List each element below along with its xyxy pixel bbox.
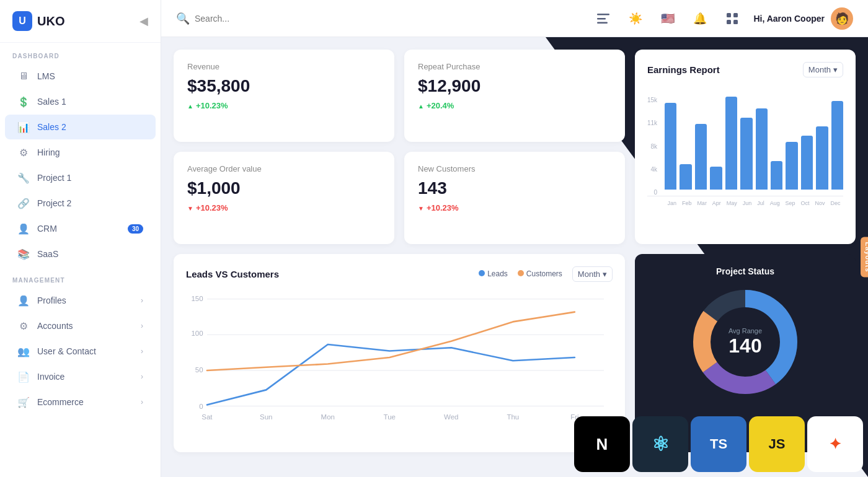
svg-rect-1 [597,18,606,20]
search-input[interactable] [195,14,319,24]
stat-card-new-customers: New Customers 143 +10.23% [404,152,625,244]
sidebar-item-label: User & Contact [37,346,96,356]
up-arrow-icon [187,101,193,110]
bar [695,124,707,190]
svg-rect-4 [733,13,738,17]
earnings-month-dropdown[interactable]: Month ▾ [803,62,843,77]
stat-label: Average Order value [187,164,381,173]
month-label: Month [578,269,600,279]
menu-icon[interactable] [592,7,614,30]
sidebar-item-label: Invoice [37,372,64,382]
sidebar-item-profiles[interactable]: 👤 Profiles › [5,288,156,313]
svg-text:Sat: Sat [202,413,213,420]
sidebar-item-lms[interactable]: 🖥 LMS [5,64,156,89]
sidebar-item-label: Profiles [37,295,66,305]
sidebar: U UKO ◀ DASHBOARD 🖥 LMS 💲 Sales 1 📊 Sale… [0,0,161,477]
lms-icon: 🖥 [17,70,30,82]
grid-icon[interactable] [721,7,743,30]
sidebar-item-label: Project 2 [37,198,71,208]
typescript-logo: TS [691,416,746,472]
sidebar-item-sales1[interactable]: 💲 Sales 1 [5,89,156,114]
sidebar-item-label: Sales 2 [37,122,66,132]
notifications-icon[interactable]: 🔔 [689,7,711,30]
react-logo: ⚛ [632,416,688,472]
sidebar-item-saas[interactable]: 📚 SaaS [5,242,156,266]
sidebar-item-invoice[interactable]: 📄 Invoice › [5,364,156,389]
crm-icon: 👤 [17,222,30,235]
x-label: Jul [757,200,764,206]
layouts-tab[interactable]: Layouts [861,237,868,277]
leads-month-dropdown[interactable]: Month ▾ [572,266,613,282]
sidebar-item-sales2[interactable]: 📊 Sales 2 [5,115,156,139]
bar [786,142,797,190]
react-icon: ⚛ [652,432,670,456]
sidebar-item-hiring[interactable]: ⚙ Hiring [5,140,156,165]
legend-leads: Leads [479,269,508,278]
sales2-icon: 📊 [17,121,30,133]
stat-card-revenue: Revenue $35,800 +10.23% [174,50,394,142]
search-icon: 🔍 [176,12,190,25]
theme-toggle-icon[interactable]: ☀️ [624,7,647,30]
chevron-right-icon: › [141,296,143,305]
change-value: +20.4% [427,101,454,110]
bar [665,103,676,190]
chevron-right-icon: › [141,322,143,330]
x-label: Mar [697,200,707,206]
down-arrow-icon [187,203,193,212]
sidebar-item-label: Accounts [37,321,73,331]
bar-item [756,108,768,190]
javascript-logo: JS [749,416,805,472]
chevron-right-icon: › [141,347,143,356]
sidebar-item-crm[interactable]: 👤 CRM 30 [5,216,156,241]
sidebar-item-ecommerce[interactable]: 🛒 Ecommerce › [5,390,156,414]
crm-badge: 30 [128,224,143,234]
search-box: 🔍 [176,12,585,25]
bar-item [801,136,813,190]
chevron-right-icon: › [141,372,143,381]
bar-item [680,164,691,190]
bar-item [786,142,797,190]
flag-icon[interactable]: 🇺🇸 [657,7,679,30]
x-axis-labels: JanFebMarAprMayJunJulAugSepOctNovDec [665,200,843,206]
content-area: Revenue $35,800 +10.23% Repeat Purchase … [161,37,868,477]
sidebar-item-user-contact[interactable]: 👥 User & Contact › [5,339,156,364]
saas-icon: 📚 [17,248,30,260]
legend-customers: Customers [518,269,562,278]
stat-label: Revenue [187,62,381,71]
sidebar-item-accounts[interactable]: ⚙ Accounts › [5,313,156,338]
bar-item [695,124,707,190]
bar [740,118,752,190]
stat-label: New Customers [418,164,611,173]
x-label: May [727,200,737,206]
js-text: JS [769,436,786,452]
x-label: Sep [786,200,795,206]
sidebar-item-project1[interactable]: 🔧 Project 1 [5,165,156,190]
leads-title: Leads VS Customers [186,269,279,279]
x-label: Jun [743,200,752,206]
month-label: Month [808,65,831,74]
sidebar-collapse-button[interactable]: ◀ [140,14,148,28]
line-chart-svg: 150 100 50 0 Sat [186,289,613,426]
svg-rect-2 [597,22,608,24]
project-status-title: Project Status [716,266,774,276]
svg-text:Thu: Thu [507,413,519,420]
bar [816,126,828,190]
layouts-tab-wrapper: Layouts [861,237,868,277]
svg-rect-3 [727,13,731,17]
up-arrow-icon [418,101,424,110]
bar-item [740,118,752,190]
stat-change: +10.23% [418,203,611,212]
sidebar-item-label: CRM [37,224,57,234]
x-label: Dec [830,200,840,206]
donut-value: 140 [728,334,762,357]
svg-rect-6 [733,20,738,24]
logo: U UKO [12,11,64,31]
sidebar-item-project2[interactable]: 🔗 Project 2 [5,191,156,216]
earnings-card: Earnings Report Month ▾ 15k11k8k4k0 JanF… [635,50,856,244]
change-value: +10.23% [196,203,228,212]
user-info[interactable]: Hi, Aaron Cooper 🧑 [753,7,853,30]
logo-text: UKO [37,14,64,28]
change-value: +10.23% [427,203,459,212]
logo-letter: N [596,435,608,454]
y-axis: 15k11k8k4k0 [647,97,660,196]
